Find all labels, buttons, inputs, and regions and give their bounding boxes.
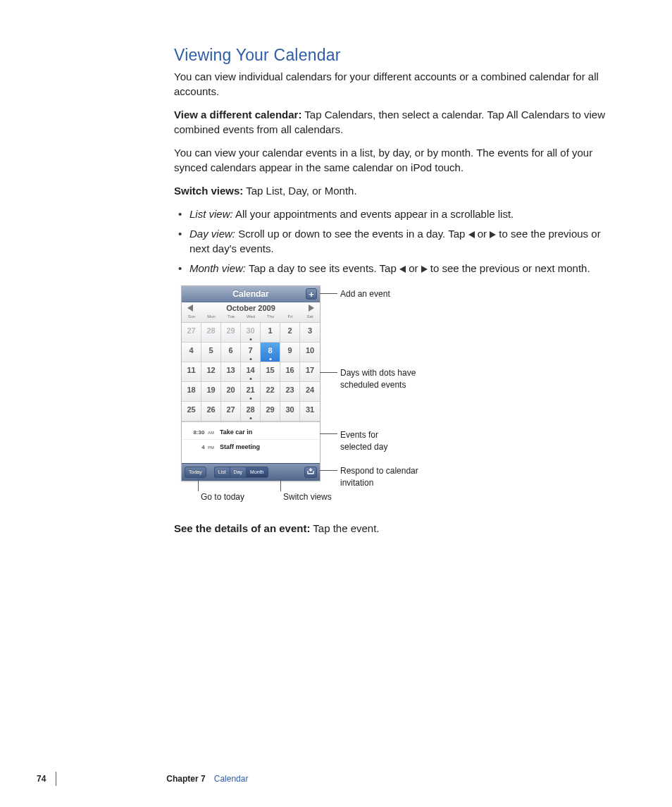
events-pane[interactable]: 8:30 AMTake car in4 PMStaff meeting <box>182 421 320 463</box>
calendar-day-cell[interactable]: 4 <box>182 343 201 362</box>
calendar-day-cell[interactable]: 30 <box>280 402 300 421</box>
add-event-button[interactable]: + <box>306 288 317 300</box>
inbox-icon <box>307 467 314 474</box>
view-segmented-control[interactable]: List Day Month <box>214 467 268 478</box>
calendar-figure: Calendar + October 2009 SunMonTueWedThuF… <box>181 285 590 504</box>
event-time: 4 PM <box>186 443 214 451</box>
dow-label: Tue <box>221 314 241 322</box>
calendar-day-cell[interactable]: 21 <box>241 382 261 402</box>
calendar-day-cell[interactable]: 14 <box>241 362 261 382</box>
day-view-body2: or <box>475 228 490 240</box>
calendar-day-cell[interactable]: 10 <box>300 343 320 362</box>
calendar-day-cell[interactable]: 1 <box>261 323 280 343</box>
day-view-body1: Scroll up or down to see the events in a… <box>235 228 468 240</box>
prev-month-button[interactable] <box>187 304 193 312</box>
app-title: Calendar <box>232 289 268 299</box>
calendar-day-cell[interactable]: 7 <box>241 343 261 362</box>
day-tab[interactable]: Day <box>230 467 246 478</box>
calendar-day-cell[interactable]: 26 <box>201 402 221 421</box>
calendar-day-cell[interactable]: 20 <box>221 382 241 402</box>
dow-label: Sun <box>182 314 201 322</box>
dow-label: Mon <box>201 314 221 322</box>
calendar-day-cell[interactable]: 15 <box>261 362 280 382</box>
calendar-day-cell[interactable]: 27 <box>221 402 241 421</box>
calendar-day-cell[interactable]: 27 <box>182 323 201 343</box>
calendar-day-cell[interactable]: 9 <box>280 343 300 362</box>
callout-respond: Respond to calendar invitation <box>340 465 432 489</box>
event-title: Take car in <box>220 428 316 437</box>
event-dot-icon <box>249 358 251 360</box>
dow-label: Fri <box>280 314 300 322</box>
event-dot-icon <box>249 378 251 380</box>
calendar-day-cell[interactable]: 31 <box>300 402 320 421</box>
next-month-button[interactable] <box>309 304 314 312</box>
event-row[interactable]: 8:30 AMTake car in <box>182 425 320 439</box>
view-list: List view: All your appointments and eve… <box>174 207 607 276</box>
event-time: 8:30 AM <box>186 429 214 436</box>
dow-label: Thu <box>261 314 280 322</box>
callout-dots: Days with dots have scheduled events <box>340 367 418 391</box>
month-view-lead: Month view: <box>189 262 246 274</box>
list-tab[interactable]: List <box>214 467 230 478</box>
footer-divider <box>56 772 56 786</box>
see-details-paragraph: See the details of an event: Tap the eve… <box>174 521 607 536</box>
callout-events: Events for selected day <box>340 429 411 453</box>
calendar-day-cell[interactable]: 22 <box>261 382 280 402</box>
event-dot-icon <box>249 398 251 400</box>
chapter-title: Calendar <box>214 773 249 785</box>
calendar-day-cell[interactable]: 28 <box>241 402 261 421</box>
calendar-day-cell[interactable]: 11 <box>182 362 201 382</box>
triangle-right-icon <box>490 231 496 238</box>
month-view-item: Month view: Tap a day to see its events.… <box>174 261 607 276</box>
section-heading: Viewing Your Calendar <box>174 44 607 66</box>
calendar-day-cell[interactable]: 29 <box>261 402 280 421</box>
list-view-item: List view: All your appointments and eve… <box>174 207 607 221</box>
month-header: October 2009 SunMonTueWedThuFriSat <box>182 302 320 323</box>
event-row[interactable]: 4 PMStaff meeting <box>182 439 320 454</box>
dow-label: Wed <box>241 314 261 322</box>
chapter-label: Chapter 7 <box>166 773 205 785</box>
views-paragraph: You can view your calendar events in a l… <box>174 145 607 175</box>
calendar-day-cell[interactable]: 30 <box>241 323 261 343</box>
month-view-body2: or <box>406 262 421 274</box>
callout-today: Go to today <box>201 491 244 503</box>
month-view-body3: to see the previous or next month. <box>428 262 590 274</box>
view-different-lead: View a different calendar: <box>174 109 301 121</box>
calendar-day-cell[interactable]: 24 <box>300 382 320 402</box>
calendar-day-cell[interactable]: 13 <box>221 362 241 382</box>
calendar-day-cell[interactable]: 5 <box>201 343 221 362</box>
bottom-toolbar: Today List Day Month <box>182 463 320 481</box>
event-dot-icon <box>249 338 251 340</box>
calendar-day-cell[interactable]: 23 <box>280 382 300 402</box>
app-titlebar: Calendar + <box>182 286 320 302</box>
today-button[interactable]: Today <box>185 467 206 478</box>
callout-add-event: Add an event <box>340 288 390 300</box>
calendar-day-cell[interactable]: 19 <box>201 382 221 402</box>
calendar-day-cell[interactable]: 8 <box>261 343 280 362</box>
callout-switch: Switch views <box>283 491 332 503</box>
see-details-lead: See the details of an event: <box>174 522 310 534</box>
calendar-screenshot: Calendar + October 2009 SunMonTueWedThuF… <box>181 285 321 481</box>
calendar-day-cell[interactable]: 25 <box>182 402 201 421</box>
list-view-lead: List view: <box>189 208 233 220</box>
see-details-body: Tap the event. <box>310 522 379 534</box>
switch-views-lead: Switch views: <box>174 185 243 197</box>
event-dot-icon <box>269 358 271 360</box>
calendar-day-cell[interactable]: 29 <box>221 323 241 343</box>
month-tab[interactable]: Month <box>246 467 268 478</box>
invitation-inbox-button[interactable] <box>304 467 317 478</box>
calendar-day-cell[interactable]: 6 <box>221 343 241 362</box>
calendar-day-cell[interactable]: 18 <box>182 382 201 402</box>
calendar-day-cell[interactable]: 2 <box>280 323 300 343</box>
page-footer: 74 Chapter 7 Calendar <box>37 772 248 786</box>
switch-views-paragraph: Switch views: Tap List, Day, or Month. <box>174 183 607 198</box>
calendar-day-cell[interactable]: 17 <box>300 362 320 382</box>
calendar-day-cell[interactable]: 3 <box>300 323 320 343</box>
calendar-day-cell[interactable]: 16 <box>280 362 300 382</box>
dow-label: Sat <box>300 314 320 322</box>
day-view-lead: Day view: <box>189 228 235 240</box>
calendar-day-cell[interactable]: 28 <box>201 323 221 343</box>
calendar-day-cell[interactable]: 12 <box>201 362 221 382</box>
intro-paragraph: You can view individual calendars for yo… <box>174 69 607 99</box>
calendar-grid[interactable]: 2728293012345678910111213141516171819202… <box>182 323 320 421</box>
